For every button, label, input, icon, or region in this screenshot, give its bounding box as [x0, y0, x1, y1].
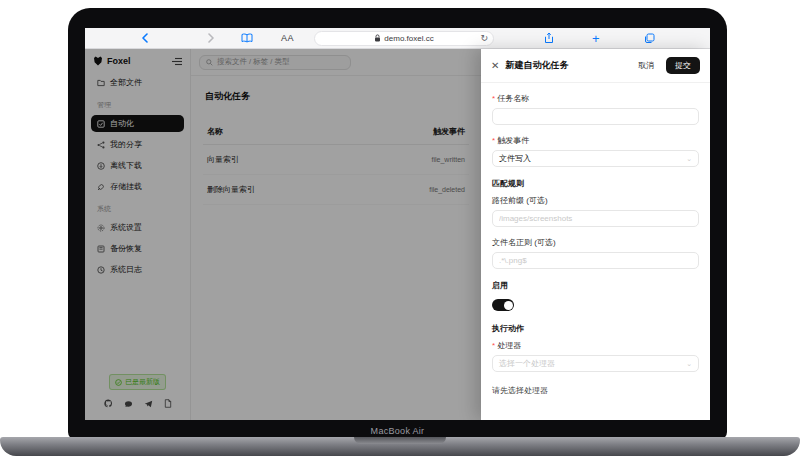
- task-name-label: 任务名称: [492, 93, 699, 104]
- drawer-form: 任务名称 触发事件 文件写入 ⌄ 匹配规则 路径前缀 (可选) 文件名正则 (可…: [481, 83, 710, 420]
- processor-placeholder: 选择一个处理器: [499, 358, 555, 369]
- processor-select[interactable]: 选择一个处理器 ⌄: [492, 355, 699, 372]
- dimmed-region: Foxel 全部文件 管理: [85, 49, 481, 420]
- trigger-value: 文件写入: [499, 153, 531, 164]
- chevron-down-icon: ⌄: [686, 360, 692, 368]
- task-name-field[interactable]: [492, 108, 699, 125]
- back-icon[interactable]: [141, 33, 149, 43]
- path-prefix-field[interactable]: [492, 210, 699, 227]
- enabled-label: 启用: [492, 280, 699, 291]
- trigger-label: 触发事件: [492, 135, 699, 146]
- trigger-select[interactable]: 文件写入 ⌄: [492, 150, 699, 167]
- forward-icon[interactable]: [207, 33, 215, 43]
- close-icon[interactable]: ✕: [491, 61, 499, 71]
- reading-list-icon[interactable]: [241, 33, 253, 43]
- processor-hint: 请先选择处理器: [492, 385, 699, 396]
- tabs-icon[interactable]: [644, 33, 655, 44]
- filename-regex-label: 文件名正则 (可选): [492, 237, 699, 248]
- laptop-bezel: AA demo.foxel.cc ↻ +: [68, 8, 727, 440]
- new-task-drawer: ✕ 新建自动化任务 取消 提交 任务名称 触发事件 文件写入 ⌄ 匹配规则 路径…: [481, 49, 710, 420]
- action-section-label: 执行动作: [492, 323, 699, 334]
- share-icon[interactable]: [544, 32, 554, 44]
- chevron-down-icon: ⌄: [686, 155, 692, 163]
- browser-toolbar: AA demo.foxel.cc ↻ +: [85, 28, 710, 49]
- reader-options-button[interactable]: AA: [281, 33, 294, 43]
- processor-label: 处理器: [492, 340, 699, 351]
- enabled-toggle[interactable]: [492, 299, 514, 311]
- match-rules-section-label: 匹配规则: [492, 178, 699, 189]
- address-text: demo.foxel.cc: [384, 34, 433, 43]
- lock-icon: [374, 34, 381, 42]
- submit-button[interactable]: 提交: [666, 57, 700, 74]
- cancel-button[interactable]: 取消: [632, 57, 660, 74]
- laptop-base: [0, 437, 800, 456]
- drawer-header: ✕ 新建自动化任务 取消 提交: [481, 49, 710, 83]
- reload-icon[interactable]: ↻: [480, 34, 488, 43]
- device-label: MacBook Air: [68, 426, 727, 436]
- drawer-title: 新建自动化任务: [505, 59, 568, 72]
- toggle-knob: [504, 301, 513, 310]
- foxel-app: Foxel 全部文件 管理: [85, 49, 710, 420]
- address-bar[interactable]: demo.foxel.cc ↻: [314, 31, 494, 46]
- drawer-overlay-mask[interactable]: [85, 49, 481, 420]
- laptop-base-notch: [354, 437, 446, 444]
- screen: AA demo.foxel.cc ↻ +: [85, 28, 710, 420]
- filename-regex-field[interactable]: [492, 252, 699, 269]
- new-tab-icon[interactable]: +: [592, 31, 600, 46]
- path-prefix-label: 路径前缀 (可选): [492, 195, 699, 206]
